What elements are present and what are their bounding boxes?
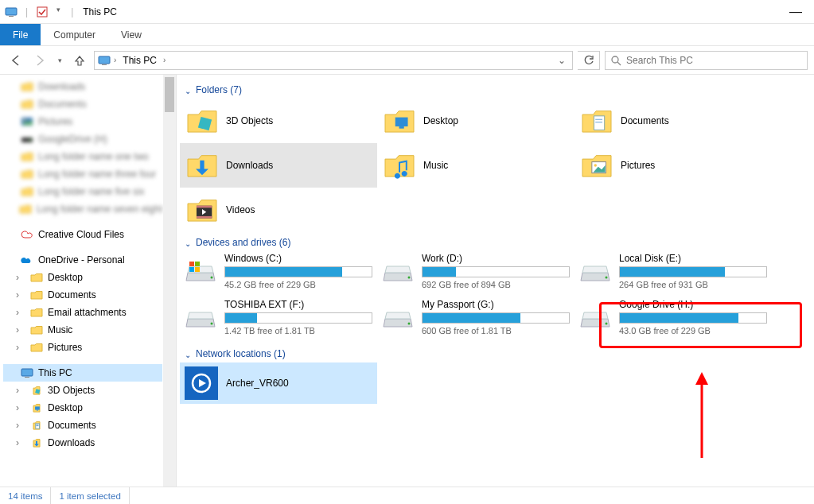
folder-label: Desktop	[423, 115, 458, 126]
sidebar-item[interactable]: Documents	[3, 417, 162, 434]
drive-item[interactable]: Work (D:) 692 GB free of 894 GB	[377, 251, 574, 297]
sidebar-item[interactable]: 3D Objects	[3, 382, 162, 399]
separator: |	[25, 6, 28, 17]
recent-dropdown[interactable]: ▾	[54, 51, 65, 70]
folder-icon	[21, 185, 33, 198]
folder-label: Downloads	[226, 160, 273, 171]
tab-view[interactable]: View	[108, 24, 154, 45]
drive-item[interactable]: Google Drive (H:) 43.0 GB free of 229 GB	[574, 297, 772, 343]
drive-capacity-bar	[224, 312, 372, 324]
address-bar[interactable]: › This PC › ⌄	[94, 51, 573, 70]
sidebar-item[interactable]: Long folder name seven eight	[3, 200, 162, 218]
sidebar-item[interactable]: Long folder name one two	[3, 148, 162, 165]
drive-icon	[382, 304, 414, 330]
chevron-down-icon: ⌄	[185, 351, 191, 359]
sidebar-item[interactable]: Downloads	[3, 78, 162, 95]
folder-item[interactable]: Pictures	[574, 143, 772, 188]
sidebar-item[interactable]: Downloads	[3, 434, 162, 452]
tab-computer[interactable]: Computer	[41, 24, 108, 45]
folder-icon	[30, 289, 43, 301]
sidebar-item[interactable]: GoogleDrive (H)	[3, 130, 162, 148]
documents-icon	[30, 419, 43, 432]
search-input[interactable]	[626, 55, 802, 66]
sidebar-item[interactable]: Desktop	[3, 399, 162, 417]
sidebar-item[interactable]: Long folder name five six	[3, 183, 162, 200]
sidebar-item-this-pc[interactable]: This PC	[3, 364, 162, 382]
drive-free-text: 600 GB free of 1.81 TB	[422, 326, 570, 335]
status-selection-count: 1 item selected	[51, 487, 129, 504]
svg-rect-0	[6, 8, 17, 15]
downloads-icon	[30, 436, 43, 449]
drive-icon	[185, 304, 216, 330]
drive-capacity-bar	[224, 266, 372, 277]
folder-item[interactable]: Videos	[180, 188, 377, 232]
folder-icon	[30, 306, 43, 319]
up-button[interactable]	[70, 51, 89, 70]
drive-label: Work (D:)	[422, 253, 570, 264]
drive-free-text: 692 GB free of 894 GB	[422, 280, 570, 289]
sidebar-item[interactable]: Long folder name three four	[3, 165, 162, 183]
creative-cloud-icon	[21, 228, 33, 241]
qat-dropdown-icon[interactable]: ▾	[53, 6, 63, 18]
section-network[interactable]: ⌄ Network locations (1)	[177, 343, 814, 362]
sidebar-item[interactable]: Desktop	[3, 269, 162, 286]
sidebar-item-onedrive[interactable]: OneDrive - Personal	[3, 251, 162, 269]
address-history-dropdown[interactable]: ⌄	[555, 55, 569, 66]
svg-rect-14	[37, 410, 38, 411]
refresh-button[interactable]	[578, 51, 600, 70]
section-folders[interactable]: ⌄ Folders (7)	[177, 79, 814, 99]
chevron-right-icon[interactable]: ›	[114, 56, 116, 64]
tab-file[interactable]: File	[0, 24, 41, 45]
drive-icon	[382, 258, 414, 284]
sidebar-item[interactable]: Music	[3, 321, 162, 339]
svg-rect-2	[37, 7, 47, 17]
folder-label: Pictures	[621, 160, 655, 171]
onedrive-icon	[21, 254, 33, 266]
scrollbar-thumb[interactable]	[165, 77, 174, 112]
folder-item[interactable]: Music	[377, 143, 574, 188]
drive-item[interactable]: Windows (C:) 45.2 GB free of 229 GB	[180, 251, 377, 297]
navigation-row: ▾ › This PC › ⌄	[0, 46, 814, 75]
sidebar-scrollbar[interactable]	[163, 75, 176, 487]
sidebar-item[interactable]: Documents	[3, 95, 162, 113]
status-item-count: 14 items	[0, 487, 51, 504]
drive-icon	[579, 304, 611, 330]
folder-item[interactable]: Downloads	[180, 143, 377, 188]
drive-capacity-bar	[619, 312, 767, 324]
sidebar-item[interactable]: Pictures	[3, 113, 162, 130]
folder-item[interactable]: Documents	[574, 99, 772, 143]
svg-rect-28	[197, 216, 212, 219]
ribbon-tabs: File Computer View	[0, 24, 814, 46]
sidebar-item[interactable]: Documents	[3, 286, 162, 304]
folder-icon	[30, 271, 43, 284]
svg-point-9	[29, 139, 31, 141]
drive-free-text: 264 GB free of 931 GB	[619, 280, 767, 289]
search-box[interactable]	[605, 51, 808, 70]
section-drives[interactable]: ⌄ Devices and drives (6)	[177, 232, 814, 251]
network-location-item[interactable]: Archer_VR600	[180, 362, 377, 404]
search-icon	[610, 55, 621, 66]
svg-rect-21	[594, 116, 604, 130]
desktop-icon	[382, 104, 415, 138]
drive-item[interactable]: TOSHIBA EXT (F:) 1.42 TB free of 1.81 TB	[180, 297, 377, 343]
quick-access-toolbar: | ▾ |	[5, 6, 76, 18]
folder-item[interactable]: 3D Objects	[180, 99, 377, 143]
chevron-right-icon[interactable]: ›	[163, 56, 166, 64]
forward-button[interactable]	[30, 51, 49, 70]
sidebar-item[interactable]: Email attachments	[3, 304, 162, 321]
music-icon	[382, 149, 415, 182]
drive-label: TOSHIBA EXT (F:)	[224, 299, 372, 310]
pc-icon	[5, 6, 18, 18]
svg-rect-33	[195, 267, 200, 272]
sidebar-item[interactable]: Pictures	[3, 339, 162, 356]
sidebar-item-creative-cloud[interactable]: Creative Cloud Files	[3, 226, 162, 243]
folder-item[interactable]: Desktop	[377, 99, 574, 143]
minimize-button[interactable]: —	[782, 0, 809, 24]
drive-free-text: 43.0 GB free of 229 GB	[619, 326, 767, 335]
back-button[interactable]	[6, 51, 25, 70]
breadcrumb[interactable]: This PC	[119, 55, 160, 66]
drive-item[interactable]: Local Disk (E:) 264 GB free of 931 GB	[574, 251, 772, 297]
properties-icon[interactable]	[36, 6, 49, 18]
drive-item[interactable]: My Passport (G:) 600 GB free of 1.81 TB	[377, 297, 574, 343]
titlebar: | ▾ | This PC —	[0, 0, 814, 24]
